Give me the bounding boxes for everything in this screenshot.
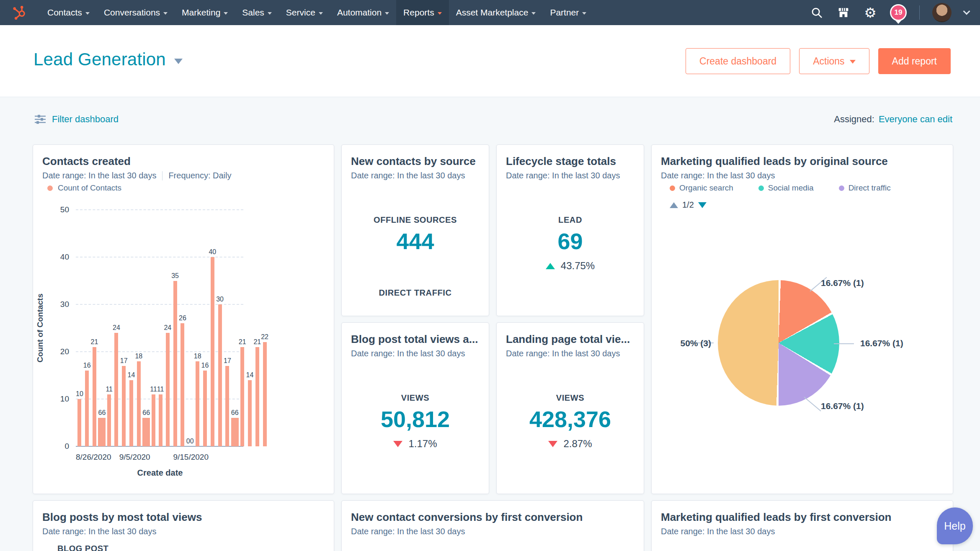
actions-caret-icon [850, 60, 856, 64]
avatar[interactable] [932, 3, 952, 22]
bar [181, 323, 184, 446]
card-lifecycle-stage-totals: Lifecycle stage totals Date range: In th… [496, 144, 644, 316]
bar-slot: 30 [216, 210, 224, 446]
bar-value-label: 0 [190, 438, 194, 445]
bar-slot: 21 [253, 210, 261, 446]
marketplace-icon[interactable] [836, 5, 851, 20]
assigned-row: Assigned:Everyone can edit [834, 114, 952, 125]
nav-item-service[interactable]: Service [279, 0, 330, 25]
bar-slot: 6 [102, 210, 106, 446]
bar-value-label: 30 [216, 296, 224, 303]
help-button[interactable]: Help [937, 507, 973, 544]
nav-divider [919, 5, 920, 20]
chevron-down-icon [582, 12, 586, 15]
y-tick-label: 30 [40, 300, 69, 309]
nav-item-contacts[interactable]: Contacts [40, 0, 97, 25]
card-new-contacts-by-source: New contacts by source Date range: In th… [341, 144, 489, 316]
bar [137, 361, 141, 446]
delta-down-icon [393, 441, 402, 447]
date-range: Date range: In the last 30 days [661, 171, 775, 180]
hubspot-logo[interactable] [0, 0, 40, 25]
card-blog-posts-by-views: Blog posts by most total views Date rang… [33, 500, 334, 551]
bar-value-label: 0 [186, 438, 190, 445]
bar-slot: 11 [157, 210, 164, 446]
card-title[interactable]: Marketing qualified leads by first conve… [661, 511, 944, 524]
bar-slot: 10 [76, 210, 83, 446]
card-title[interactable]: Landing page total vie... [506, 333, 634, 346]
chevron-down-icon [163, 12, 168, 15]
bar-value-label: 40 [209, 248, 216, 256]
delta-value: 43.75% [561, 260, 595, 272]
filter-dashboard-button[interactable]: Filter dashboard [34, 114, 119, 125]
assigned-value-link[interactable]: Everyone can edit [879, 114, 952, 124]
chevron-down-icon [531, 12, 536, 15]
legend-dot [758, 185, 764, 191]
date-range: Date range: In the last 30 days [351, 349, 465, 358]
bar-slot: 26 [179, 210, 186, 446]
legend-page-indicator: 1/2 [682, 200, 694, 210]
date-range: Date range: In the last 30 days [42, 527, 156, 536]
bar-slot: 0 [186, 210, 190, 446]
notification-badge: 19 [895, 8, 903, 17]
chevron-down-icon [438, 12, 442, 15]
card-title[interactable]: Marketing qualified leads by original so… [661, 155, 944, 168]
nav-item-partner[interactable]: Partner [543, 0, 593, 25]
legend-item-organic-search[interactable]: Organic search [670, 183, 733, 193]
card-new-contact-conversions: New contact conversions by first convers… [341, 500, 644, 551]
bar [225, 366, 229, 446]
nav-menu: ContactsConversationsMarketingSalesServi… [40, 0, 593, 25]
bar-slot: 22 [261, 210, 268, 446]
dashboard-title-dropdown[interactable]: Lead Generation [34, 49, 183, 70]
date-range: Date range: In the last 30 days [351, 527, 465, 536]
card-title[interactable]: Lifecycle stage totals [506, 155, 634, 168]
card-title[interactable]: Blog posts by most total views [42, 511, 325, 524]
date-range: Date range: In the last 30 days [661, 527, 775, 536]
actions-button[interactable]: Actions [799, 48, 869, 74]
chevron-down-icon [224, 12, 228, 15]
y-tick-label: 10 [40, 394, 69, 404]
legend-page-down-icon[interactable] [698, 202, 707, 208]
settings-icon[interactable]: ⚙ [863, 5, 877, 20]
card-title[interactable]: New contacts by source [351, 155, 480, 168]
nav-item-marketing[interactable]: Marketing [175, 0, 235, 25]
bar-value-label: 14 [246, 371, 254, 379]
create-dashboard-button[interactable]: Create dashboard [686, 48, 790, 74]
bar-slot: 11 [150, 210, 157, 446]
legend-item-social-media[interactable]: Social media [758, 183, 814, 193]
legend-item-direct-traffic[interactable]: Direct traffic [839, 183, 891, 193]
bar-slot: 6 [231, 210, 235, 446]
bar-value-label: 21 [239, 338, 246, 346]
bar [85, 371, 89, 446]
search-icon[interactable] [810, 5, 824, 20]
add-report-button[interactable]: Add report [878, 48, 951, 74]
card-title[interactable]: New contact conversions by first convers… [351, 511, 634, 524]
bar-value-label: 22 [261, 333, 268, 341]
delta-value: 1.17% [408, 438, 437, 450]
nav-item-reports[interactable]: Reports [396, 0, 449, 25]
nav-right-cluster: ⚙ 19 [810, 0, 969, 25]
nav-item-sales[interactable]: Sales [235, 0, 279, 25]
bar-value-label: 11 [150, 386, 157, 393]
bar [248, 380, 252, 446]
date-range: Date range: In the last 30 days [506, 349, 620, 358]
nav-item-asset-marketplace[interactable]: Asset Marketplace [449, 0, 543, 25]
notifications-icon[interactable]: 19 [890, 4, 907, 21]
nav-item-conversations[interactable]: Conversations [97, 0, 175, 25]
bar-slot: 6 [235, 210, 239, 446]
bar [173, 281, 177, 447]
bar [107, 394, 111, 446]
card-title[interactable]: Blog post total views a... [351, 333, 480, 346]
bar [263, 342, 267, 446]
legend-page-up-icon[interactable] [670, 202, 678, 208]
x-tick-label: 9/5/2020 [119, 453, 150, 462]
legend-dot [670, 185, 675, 191]
account-chevron-down-icon[interactable] [963, 8, 970, 15]
bars-container: 1016216611241714186611112435260018164030… [76, 210, 244, 446]
bar-value-label: 6 [142, 409, 146, 417]
header-buttons: Create dashboard Actions Add report [686, 48, 951, 74]
nav-item-automation[interactable]: Automation [330, 0, 396, 25]
bar-value-label: 6 [146, 409, 150, 417]
bar-value-label: 35 [171, 272, 179, 280]
card-mql-by-original-source: Marketing qualified leads by original so… [651, 144, 953, 494]
bar [211, 257, 214, 446]
